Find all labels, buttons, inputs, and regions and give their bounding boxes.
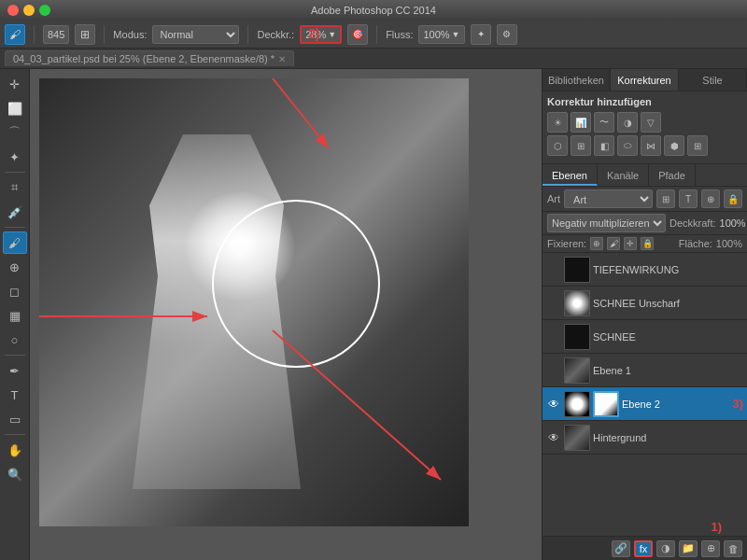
airbrush-icon[interactable]: ✦ — [471, 24, 491, 45]
brush-options-icon[interactable]: ⊞ — [75, 24, 95, 45]
brush-tool[interactable]: 🖌 — [3, 231, 27, 254]
tab-pfade[interactable]: Pfade — [649, 164, 696, 186]
corrections-icons-row2: ⬡ ⊞ ◧ ⬭ ⋈ ⬢ ⊞ — [547, 135, 742, 156]
grid-icon[interactable]: ⊞ — [687, 135, 708, 156]
thumb-ebene1 — [564, 357, 590, 384]
tab-bibliotheken[interactable]: Bibliotheken — [543, 69, 611, 91]
channel-mixer-icon[interactable]: ⋈ — [641, 135, 661, 156]
fix-brush-icon[interactable]: 🖌 — [607, 237, 620, 250]
toolbar: 🖌 845 ⊞ Modus: Normal Auflösen Abdunkeln… — [0, 21, 747, 49]
brush-tool-icon[interactable]: 🖌 — [5, 24, 25, 45]
crop-tool[interactable]: ⌗ — [3, 176, 27, 199]
link-layers-icon[interactable]: 🔗 — [612, 540, 630, 557]
magic-wand-tool[interactable]: ✦ — [3, 146, 27, 168]
thumb-ebene2 — [564, 391, 590, 417]
layer-name-hintergrund: Hintergrund — [593, 432, 743, 443]
tab-korrekturen[interactable]: Korrekturen — [611, 69, 679, 91]
clone-tool[interactable]: ⊕ — [3, 256, 27, 278]
maximize-button[interactable] — [39, 5, 50, 16]
brush-indicator-circle — [212, 200, 380, 368]
corrections-title: Korrektur hinzufügen — [547, 96, 742, 107]
dodge-tool[interactable]: ○ — [3, 329, 27, 351]
move-tool[interactable]: ✛ — [3, 73, 27, 95]
delete-layer-icon[interactable]: 🗑 — [724, 540, 742, 557]
close-button[interactable] — [7, 5, 19, 16]
new-layer-icon[interactable]: ⊕ — [701, 540, 720, 557]
mode-select[interactable]: Normal Auflösen Abdunkeln Multiplizieren… — [152, 25, 239, 44]
eye-schnee[interactable] — [546, 329, 561, 344]
brush-settings-icon[interactable]: ⚙ — [497, 24, 517, 45]
layer-tiefenwirkung[interactable]: TIEFENWIRKUNG — [543, 253, 747, 287]
pen-tool[interactable]: ✒ — [3, 359, 27, 382]
eraser-tool[interactable]: ◻ — [3, 280, 27, 302]
thumb-schnee — [564, 324, 590, 350]
blend-mode-select[interactable]: Negativ multiplizieren Normal Multiplizi… — [547, 214, 666, 232]
separator4 — [376, 25, 377, 44]
flaeche-label: Fläche: — [679, 238, 712, 249]
badge-3: 3) — [732, 397, 743, 411]
tab-stile[interactable]: Stile — [679, 69, 747, 91]
new-group-folder-icon[interactable]: 📁 — [679, 540, 698, 557]
levels-icon[interactable]: 📊 — [571, 112, 591, 133]
separator2 — [104, 25, 105, 44]
lock-icon[interactable]: 🔒 — [724, 189, 742, 208]
zoom-tool[interactable]: 🔍 — [3, 463, 27, 485]
eyedropper-tool[interactable]: 💉 — [3, 201, 27, 223]
new-group-icon[interactable]: ⊞ — [656, 189, 675, 208]
pressure-icon[interactable]: 🎯 — [347, 24, 368, 45]
layer-ebene2[interactable]: 👁 Ebene 2 3) — [543, 387, 747, 421]
tab-kanaele[interactable]: Kanäle — [598, 164, 649, 186]
minimize-button[interactable] — [23, 5, 35, 16]
layer-ebene1[interactable]: Ebene 1 — [543, 354, 747, 387]
fix-pos-icon[interactable]: ⊕ — [590, 237, 603, 250]
tab-close-icon[interactable]: ✕ — [278, 54, 286, 64]
tool-divider-1 — [5, 172, 25, 173]
photo-filter-icon[interactable]: ⬭ — [617, 135, 638, 156]
hand-tool[interactable]: ✋ — [3, 439, 27, 461]
vibrance-icon[interactable]: ▽ — [641, 112, 661, 133]
eye-schnee-unscharf[interactable] — [546, 296, 561, 311]
bw-icon[interactable]: ◧ — [594, 135, 614, 156]
colorbalance-icon[interactable]: ⊞ — [571, 135, 591, 156]
eye-hintergrund[interactable]: 👁 — [546, 430, 561, 445]
layer-schnee[interactable]: SCHNEE — [543, 320, 747, 354]
marquee-tool[interactable]: ⬜ — [3, 97, 27, 119]
layer-name-schnee-unscharf: SCHNEE Unscharf — [593, 298, 743, 309]
mask-ebene2 — [593, 391, 619, 417]
fix-lock-icon[interactable]: 🔒 — [641, 237, 654, 250]
layers-list: TIEFENWIRKUNG SCHNEE Unscharf SCHNEE Ebe… — [543, 253, 747, 536]
exposure-icon[interactable]: ◑ — [617, 112, 638, 133]
separator — [34, 25, 35, 44]
layer-schnee-unscharf[interactable]: SCHNEE Unscharf — [543, 287, 747, 320]
thumb-hintergrund — [564, 425, 590, 451]
tab-ebenen[interactable]: Ebenen — [543, 164, 598, 186]
badge-1: 1) — [711, 520, 722, 534]
eye-tiefenwirkung[interactable] — [546, 262, 561, 277]
hsl-icon[interactable]: ⬡ — [547, 135, 568, 156]
art-select[interactable]: Art — [564, 189, 653, 208]
corrections-section: Korrektur hinzufügen ☀ 📊 〜 ◑ ▽ ⬡ ⊞ ◧ ⬭ ⋈… — [543, 91, 747, 164]
flow-wrap: 100% ▼ — [418, 25, 464, 44]
eye-ebene2[interactable]: 👁 — [546, 397, 561, 412]
gradient-tool[interactable]: ▦ — [3, 304, 27, 327]
corrections-icons-row1: ☀ 📊 〜 ◑ ▽ — [547, 112, 742, 133]
photo-canvas — [39, 78, 469, 526]
lasso-tool[interactable]: ⌒ — [3, 121, 27, 144]
fix-move-icon[interactable]: ✛ — [624, 237, 637, 250]
eye-ebene1[interactable] — [546, 363, 561, 378]
brightness-icon[interactable]: ☀ — [547, 112, 568, 133]
adjustment-layer-icon[interactable]: ⊕ — [701, 189, 720, 208]
fx-icon[interactable]: fx — [634, 540, 653, 557]
shape-tool[interactable]: ▭ — [3, 408, 27, 430]
text-layer-icon[interactable]: T — [679, 189, 698, 208]
text-tool[interactable]: T — [3, 384, 27, 406]
document-tab[interactable]: 04_03_partikel.psd bei 25% (Ebene 2, Ebe… — [5, 50, 294, 66]
brush-size-wrap: 845 — [43, 25, 69, 44]
layer-hintergrund[interactable]: 👁 Hintergrund — [543, 421, 747, 455]
colorlookup-icon[interactable]: ⬢ — [664, 135, 684, 156]
canvas-area[interactable] — [30, 69, 542, 560]
new-adjustment-icon[interactable]: ◑ — [656, 540, 675, 557]
fixieren-row: Fixieren: ⊕ 🖌 ✛ 🔒 Fläche: 100% — [543, 235, 747, 253]
curves-icon[interactable]: 〜 — [594, 112, 614, 133]
thumb-tiefenwirkung — [564, 257, 590, 283]
